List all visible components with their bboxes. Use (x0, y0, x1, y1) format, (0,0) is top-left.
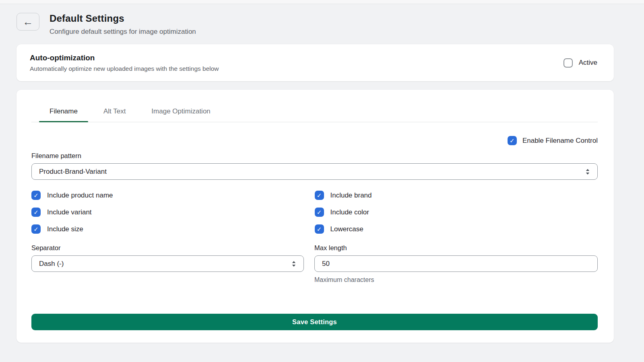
auto-optimization-title: Auto-optimization (30, 53, 219, 62)
auto-optimization-description: Automatically optimize new uploaded imag… (30, 65, 219, 72)
active-toggle[interactable]: Active (564, 58, 597, 68)
include-variant-checkbox[interactable] (31, 208, 41, 217)
tab-image-optimization[interactable]: Image Optimization (141, 107, 221, 122)
tabs: Filename Alt Text Image Optimization (31, 107, 598, 122)
include-color-label: Include color (330, 208, 369, 216)
max-length-field: Max length Maximum characters (314, 244, 598, 284)
tab-alt-text[interactable]: Alt Text (93, 107, 136, 122)
include-size-label: Include size (47, 225, 83, 233)
max-length-input[interactable] (314, 255, 598, 272)
include-color-checkbox[interactable] (315, 208, 324, 217)
max-length-helper: Maximum characters (314, 276, 598, 284)
top-frame-strip (0, 0, 644, 4)
back-button[interactable]: ← (17, 13, 39, 31)
active-checkbox[interactable] (564, 58, 573, 68)
enable-filename-control-checkbox[interactable] (508, 136, 517, 145)
auto-optimization-text: Auto-optimization Automatically optimize… (30, 53, 219, 72)
lowercase-checkbox[interactable] (315, 224, 324, 234)
separator-field: Separator Dash (-) (31, 244, 304, 284)
filename-pattern-select[interactable]: Product-Brand-Variant (31, 163, 598, 180)
select-updown-icon (291, 261, 296, 267)
enable-filename-control[interactable]: Enable Filename Control (31, 136, 598, 145)
option-include-color[interactable]: Include color (315, 208, 598, 217)
page-subtitle: Configure default settings for image opt… (50, 28, 196, 36)
lowercase-label: Lowercase (330, 225, 363, 233)
page-title: Default Settings (50, 13, 196, 24)
select-updown-icon (585, 169, 590, 175)
default-settings-page: ← Default Settings Configure default set… (17, 13, 614, 343)
separator-value: Dash (-) (39, 260, 64, 268)
active-label: Active (579, 59, 597, 67)
max-length-label: Max length (314, 244, 598, 252)
option-include-product-name[interactable]: Include product name (31, 191, 315, 200)
back-arrow-icon: ← (23, 16, 33, 28)
separator-select[interactable]: Dash (-) (31, 255, 304, 272)
separator-maxlength-row: Separator Dash (-) Max length Maximum ch… (31, 244, 598, 284)
include-brand-label: Include brand (330, 191, 372, 200)
page-header: ← Default Settings Configure default set… (17, 13, 614, 36)
include-variant-label: Include variant (47, 208, 92, 216)
include-product-name-label: Include product name (47, 191, 113, 200)
enable-filename-control-label: Enable Filename Control (522, 137, 598, 145)
save-settings-button[interactable]: Save Settings (31, 314, 598, 330)
option-include-size[interactable]: Include size (31, 224, 315, 234)
auto-optimization-card: Auto-optimization Automatically optimize… (17, 44, 614, 81)
separator-label: Separator (31, 244, 304, 252)
filename-pattern-value: Product-Brand-Variant (39, 168, 107, 176)
option-lowercase[interactable]: Lowercase (315, 224, 598, 234)
include-size-checkbox[interactable] (31, 224, 41, 234)
include-product-name-checkbox[interactable] (31, 191, 41, 200)
include-brand-checkbox[interactable] (315, 191, 324, 200)
filename-options-grid: Include product name Include brand Inclu… (31, 191, 598, 234)
settings-card: Filename Alt Text Image Optimization Ena… (17, 90, 614, 343)
option-include-brand[interactable]: Include brand (315, 191, 598, 200)
option-include-variant[interactable]: Include variant (31, 208, 315, 217)
title-block: Default Settings Configure default setti… (50, 13, 196, 36)
filename-pattern-label: Filename pattern (31, 152, 598, 160)
tab-filename[interactable]: Filename (39, 107, 88, 122)
